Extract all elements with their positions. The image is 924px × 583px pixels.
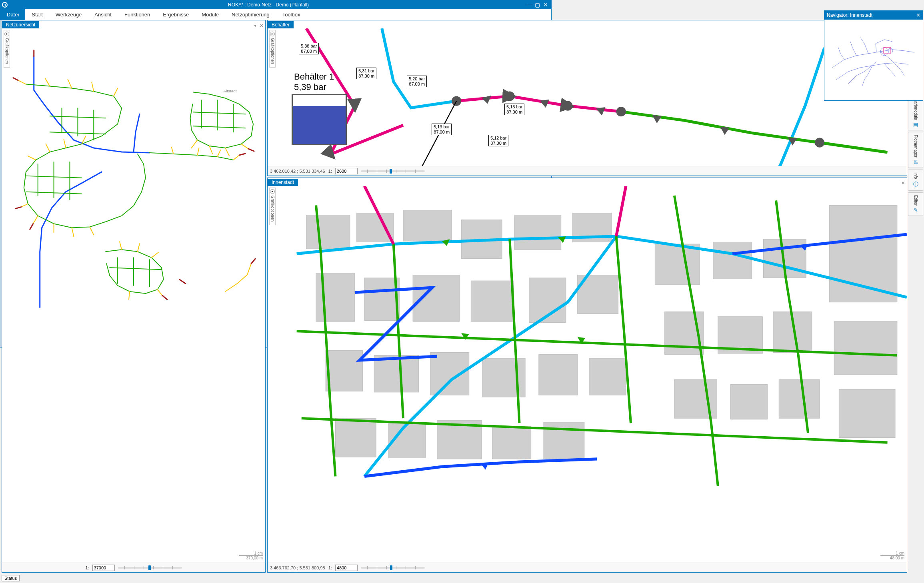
svg-rect-17 xyxy=(514,215,552,250)
panel-innenstadt: Innenstadt ✕ ▸ Grafikoptionen xyxy=(267,178,552,347)
menu-module[interactable]: Module xyxy=(195,9,225,20)
close-button[interactable]: ✕ xyxy=(543,2,548,8)
svg-line-12 xyxy=(408,101,456,176)
expand-icon[interactable]: ▸ xyxy=(270,189,275,194)
tank-name: Behälter 1 xyxy=(294,72,334,82)
menu-toolbox[interactable]: Toolbox xyxy=(276,9,307,20)
maximize-button[interactable]: ▢ xyxy=(535,2,540,8)
tank-graphic xyxy=(292,94,347,145)
node-label-3: 5,20 bar87,00 m xyxy=(407,76,427,87)
map-behalter[interactable]: ▸ Grafikoptionen xyxy=(268,28,552,176)
title-bar: 3 ROKA³ : Demo-Netz - Demo (Planfall) ─ … xyxy=(0,0,551,9)
menu-werkzeuge[interactable]: Werkzeuge xyxy=(49,9,88,20)
grafikoptionen-tab-innenstadt[interactable]: ▸ Grafikoptionen xyxy=(269,188,276,225)
menu-netzoptimierung[interactable]: Netzoptimierung xyxy=(225,9,276,20)
node-label-2: 5,31 bar87,00 m xyxy=(356,68,376,79)
svg-text:3: 3 xyxy=(4,3,6,7)
panel-behalter: Behälter ▸ Grafikoptionen xyxy=(267,20,552,176)
panel-close-icon[interactable]: ✕ xyxy=(258,23,265,28)
scalebar-behalter: 3.462.016,42 ; 5.531.334,46 1: xyxy=(268,166,552,176)
menu-funktionen[interactable]: Funktionen xyxy=(118,9,156,20)
menu-datei[interactable]: Datei xyxy=(0,9,25,20)
node-label-4: 5,13 bar87,00 m xyxy=(504,104,524,115)
menu-ansicht[interactable]: Ansicht xyxy=(88,9,118,20)
menu-bar: Datei Start Werkzeuge Ansicht Funktionen… xyxy=(0,9,551,20)
panel-dropdown-icon[interactable]: ▾ xyxy=(252,23,258,28)
node-label-6: 5,12 bar87,00 m xyxy=(488,135,508,146)
menu-ergebnisse[interactable]: Ergebnisse xyxy=(156,9,195,20)
menu-start[interactable]: Start xyxy=(25,9,49,20)
svg-rect-20 xyxy=(364,278,399,321)
svg-point-7 xyxy=(505,91,514,101)
node-label-5: 5,13 bar87,00 m xyxy=(432,124,452,135)
panel-netzuebersicht: Netzübersicht ▾ ✕ ▸ Grafikoptionen Altst… xyxy=(2,20,266,347)
zoom-slider-behalter[interactable] xyxy=(361,170,425,172)
svg-rect-13 xyxy=(306,215,350,249)
app-icon: 3 xyxy=(0,0,9,9)
node-label-1: 5,38 bar87,00 m xyxy=(299,43,319,54)
svg-rect-22 xyxy=(471,281,514,321)
tab-innenstadt[interactable]: Innenstadt xyxy=(268,179,298,186)
coords-behalter: 3.462.016,42 ; 5.531.334,46 xyxy=(270,169,325,174)
tab-behalter[interactable]: Behälter xyxy=(268,21,294,28)
svg-rect-15 xyxy=(403,210,452,241)
tank-pressure: 5,39 bar xyxy=(294,82,326,92)
district-label: Altstadt xyxy=(223,89,236,93)
window-title: ROKA³ : Demo-Netz - Demo (Planfall) xyxy=(9,2,528,8)
grafikoptionen-tab-behalter[interactable]: ▸ Grafikoptionen xyxy=(269,30,276,68)
grafikoptionen-tab-overview[interactable]: ▸ Grafikoptionen xyxy=(4,30,10,68)
minimize-button[interactable]: ─ xyxy=(528,2,532,8)
expand-icon[interactable]: ▸ xyxy=(270,32,275,36)
map-netzuebersicht[interactable]: ▸ Grafikoptionen Altstadt xyxy=(2,28,265,347)
tab-netzuebersicht[interactable]: Netzübersicht xyxy=(2,21,39,28)
map-innenstadt[interactable]: ▸ Grafikoptionen xyxy=(268,186,552,347)
scale-input-behalter[interactable] xyxy=(335,168,358,174)
expand-icon[interactable]: ▸ xyxy=(4,32,9,36)
svg-rect-14 xyxy=(357,213,394,242)
